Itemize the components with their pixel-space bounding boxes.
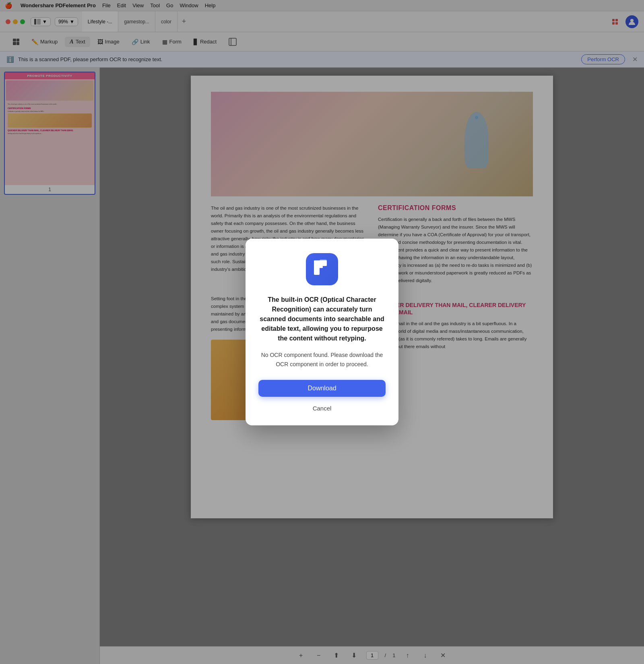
cancel-button[interactable]: Cancel (310, 402, 334, 414)
app-icon-letter (312, 257, 332, 282)
download-button[interactable]: Download (258, 380, 386, 397)
modal-subtitle: No OCR component found. Please download … (258, 351, 386, 369)
svg-rect-8 (314, 266, 323, 268)
modal-title: The built-in OCR (Optical Character Reco… (258, 295, 386, 343)
modal-overlay: The built-in OCR (Optical Character Reco… (0, 0, 644, 664)
app-icon (306, 253, 338, 285)
svg-rect-7 (320, 260, 327, 264)
ocr-modal: The built-in OCR (Optical Character Reco… (246, 239, 398, 425)
